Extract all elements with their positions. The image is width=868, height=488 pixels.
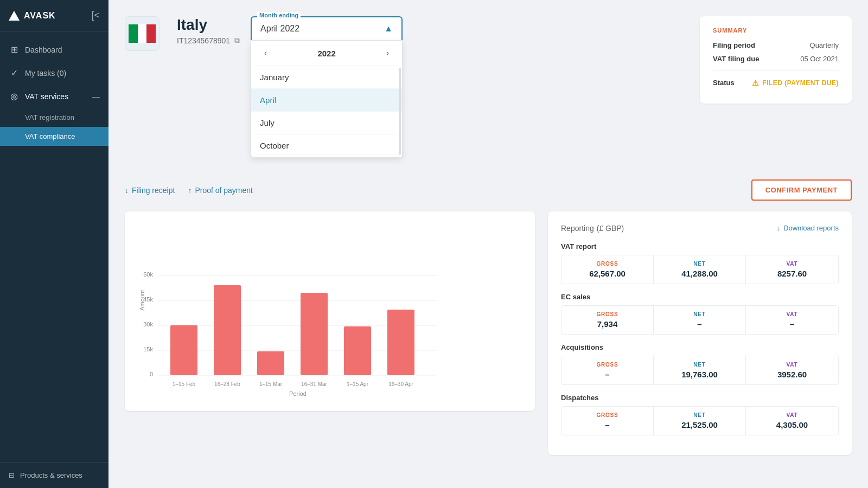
- sidebar-item-my-tasks[interactable]: ✓ My tasks (0): [0, 61, 108, 85]
- period-selector: Month ending April 2022 ▲ ‹ 2022 › Janua…: [251, 16, 689, 158]
- y-label-0: 0: [150, 371, 153, 377]
- vat-due-label: VAT filing due: [713, 55, 759, 63]
- vat-label: VAT: [755, 261, 829, 267]
- sidebar-item-vat-registration[interactable]: VAT registration: [0, 108, 108, 127]
- country-flag: [125, 16, 159, 51]
- logo-label: AVASK: [24, 11, 56, 21]
- download-reports-label: Download reports: [783, 224, 839, 232]
- period-dropdown: ‹ 2022 › January April July October: [251, 40, 403, 158]
- collapse-icon: —: [92, 92, 100, 101]
- selected-period: April 2022: [260, 24, 299, 34]
- vat-value: 3952.60: [755, 370, 829, 379]
- country-info-block: Italy IT12345678901 ⧉: [125, 16, 240, 51]
- bar-16-30-apr: [387, 310, 414, 375]
- download-icon: ↓: [125, 186, 129, 195]
- gross-value: –: [570, 370, 644, 379]
- filing-receipt-label: Filing receipt: [132, 186, 175, 195]
- x-label-16-30-apr: 16–30 Apr: [388, 381, 413, 387]
- download-reports-link[interactable]: ↓ Download reports: [777, 224, 839, 232]
- sidebar-item-products-services[interactable]: ⊟ Products & services: [9, 471, 100, 479]
- vat-report-gross-cell: GROSS 62,567.00: [561, 255, 654, 284]
- vat-number-text: IT12345678901: [177, 36, 230, 45]
- month-january[interactable]: January: [251, 66, 402, 89]
- logo: AVASK: [9, 11, 56, 21]
- logo-triangle-icon: [9, 11, 20, 21]
- month-july[interactable]: July: [251, 112, 402, 134]
- reporting-title: Reporting (£ GBP): [561, 222, 624, 234]
- chart-container: 0 15k 30k 45k 60k Amount: [125, 211, 535, 411]
- italy-flag-icon: [129, 24, 156, 43]
- summary-box: SUMMARY Filing period Quarterly VAT fili…: [700, 16, 852, 104]
- month-october[interactable]: October: [251, 134, 402, 157]
- vat-services-icon: ◎: [9, 91, 20, 101]
- vat-report-section: VAT report GROSS 62,567.00 NET 41,288.00…: [561, 242, 839, 284]
- sidebar-item-dashboard[interactable]: ⊞ Dashboard: [0, 38, 108, 61]
- vat-value: 4,305.00: [755, 420, 829, 429]
- net-value: 19,763.00: [662, 370, 737, 379]
- summary-filing-period: Filing period Quarterly: [713, 41, 839, 49]
- summary-divider: [713, 70, 839, 71]
- confirm-payment-button[interactable]: CONFIRM PAYMENT: [751, 179, 852, 201]
- bar-1-15-mar: [257, 351, 284, 375]
- copy-icon[interactable]: ⧉: [234, 36, 240, 45]
- acquisitions-section: Acquisitions GROSS – NET 19,763.00 VAT 3: [561, 343, 839, 385]
- vat-report-net-cell: NET 41,288.00: [654, 255, 746, 284]
- dispatches-section: Dispatches GROSS – NET 21,525.00 VAT 4,3: [561, 394, 839, 435]
- y-label-15k: 15k: [143, 346, 153, 352]
- gross-label: GROSS: [570, 412, 644, 418]
- gross-value: –: [570, 420, 644, 429]
- x-label-1-15-mar: 1–15 Mar: [259, 381, 283, 387]
- month-april[interactable]: April: [251, 89, 402, 112]
- sidebar-item-vat-compliance[interactable]: VAT compliance: [0, 127, 108, 146]
- sidebar-collapse-button[interactable]: [<: [91, 10, 100, 21]
- y-label-30k: 30k: [143, 321, 153, 328]
- download-reports-icon: ↓: [777, 224, 781, 232]
- x-axis-title: Period: [289, 390, 307, 397]
- prev-year-button[interactable]: ‹: [260, 46, 271, 60]
- gross-value: 62,567.00: [570, 269, 644, 278]
- vat-label: VAT: [755, 412, 829, 418]
- net-value: –: [662, 319, 737, 329]
- net-value: 41,288.00: [662, 269, 737, 278]
- sidebar-item-vat-services[interactable]: ◎ VAT services —: [0, 85, 108, 108]
- proof-of-payment-label: Proof of payment: [195, 186, 253, 195]
- sidebar: AVASK [< ⊞ Dashboard ✓ My tasks (0) ◎ VA…: [0, 0, 108, 488]
- sidebar-item-label: My tasks (0): [25, 69, 66, 78]
- bar-1-15-apr: [344, 326, 371, 375]
- dropdown-year-nav: ‹ 2022 ›: [251, 41, 402, 66]
- vat-due-value: 05 Oct 2021: [800, 55, 839, 63]
- reporting-header: Reporting (£ GBP) ↓ Download reports: [561, 222, 839, 234]
- dispatches-gross-cell: GROSS –: [561, 407, 654, 435]
- chart-section: 0 15k 30k 45k 60k Amount: [125, 211, 535, 455]
- sub-nav-label: VAT registration: [25, 113, 74, 121]
- status-badge: ⚠ FILED (PAYMENT DUE): [752, 79, 839, 87]
- gross-label: GROSS: [570, 362, 644, 368]
- net-value: 21,525.00: [662, 420, 737, 429]
- acquisitions-gross-cell: GROSS –: [561, 356, 654, 384]
- ec-sales-vat-cell: VAT –: [746, 306, 838, 334]
- sidebar-item-label: Dashboard: [25, 46, 62, 54]
- net-label: NET: [662, 412, 737, 418]
- gross-label: GROSS: [570, 311, 644, 317]
- acquisitions-title: Acquisitions: [561, 343, 839, 351]
- bar-16-28-feb: [214, 285, 241, 375]
- sub-nav-label: VAT compliance: [25, 132, 75, 140]
- period-select-button[interactable]: April 2022 ▲: [251, 16, 403, 40]
- country-name: Italy: [177, 16, 240, 34]
- ec-sales-gross-cell: GROSS 7,934: [561, 306, 654, 334]
- dispatches-vat-cell: VAT 4,305.00: [746, 407, 838, 435]
- flag-red: [146, 24, 156, 43]
- vat-value: 8257.60: [755, 269, 829, 278]
- proof-of-payment-link[interactable]: ↑ Proof of payment: [188, 186, 253, 195]
- x-label-1-15-feb: 1–15 Feb: [173, 381, 196, 387]
- upload-icon: ↑: [188, 186, 192, 195]
- sidebar-bottom: ⊟ Products & services: [0, 462, 108, 488]
- vat-report-title: VAT report: [561, 242, 839, 251]
- tasks-icon: ✓: [9, 68, 20, 78]
- next-year-button[interactable]: ›: [382, 46, 393, 60]
- ec-sales-row: GROSS 7,934 NET – VAT –: [561, 305, 839, 335]
- top-section: Italy IT12345678901 ⧉ Month ending April…: [125, 16, 852, 169]
- filing-receipt-link[interactable]: ↓ Filing receipt: [125, 186, 175, 195]
- dropdown-year: 2022: [317, 49, 335, 58]
- dashboard-icon: ⊞: [9, 44, 20, 55]
